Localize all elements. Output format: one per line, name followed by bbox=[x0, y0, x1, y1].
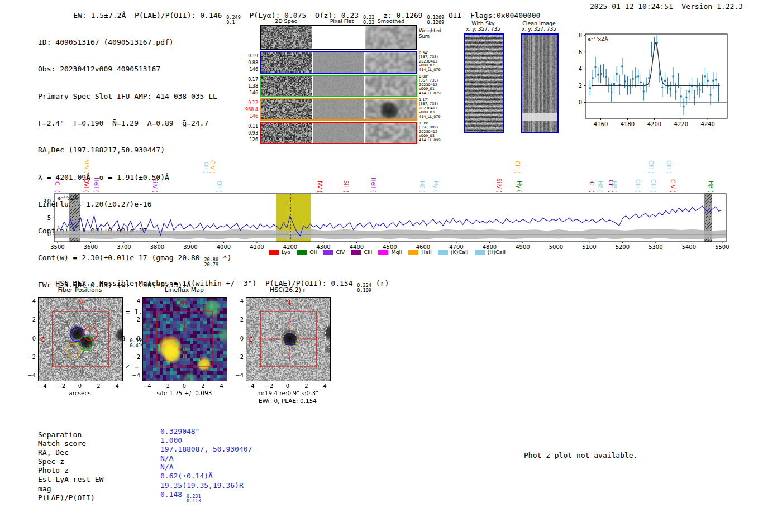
svg-text:E: E bbox=[41, 336, 45, 343]
col-title-pixelflat: Pixel Flat bbox=[324, 18, 360, 24]
spec2d-row-meta: 1.17"(357, 735)20230412v009_03414_LL_079 bbox=[419, 98, 458, 119]
match-table-labels: SeparationMatch scoreRA, DecSpec zPhoto … bbox=[38, 431, 103, 503]
svg-text:10: 10 bbox=[44, 198, 51, 204]
spec2d-row-meta: 0.88"(357, 735)20230412v009_01414_LL_079 bbox=[419, 75, 458, 95]
spec2d-row-weights: 0.12968.4146 bbox=[244, 100, 258, 120]
xtick-2: −2 bbox=[264, 383, 275, 389]
spec2d-row-meta: 0.54"(357, 735)20230412v009_02414_LL_079 bbox=[419, 51, 458, 72]
line-label-OII: OII ( bbox=[203, 162, 209, 174]
svg-text:e⁻¹⁷x2Å: e⁻¹⁷x2Å bbox=[588, 36, 608, 42]
ytick-1: −2 bbox=[129, 354, 140, 360]
ytick-1: −4 bbox=[129, 372, 140, 378]
match-table-values: 0.329048"1.000197.188087, 50.930407N/AN/… bbox=[160, 428, 252, 500]
legend-item-MgII: MgII bbox=[378, 249, 402, 255]
svg-text:3500: 3500 bbox=[50, 244, 64, 250]
svg-text:5: 5 bbox=[47, 215, 51, 221]
line-label-OIII: OIII ( bbox=[648, 160, 654, 174]
elixer-report-page: EW: 1.5±7.2Å P(LAE)/P(OII): 0.146 0.2490… bbox=[0, 0, 782, 532]
match-label: Match score bbox=[38, 440, 103, 449]
match-label: Separation bbox=[38, 431, 103, 440]
line-label-Hβ: Hβ ( bbox=[611, 181, 617, 193]
match-value: N/A bbox=[160, 463, 252, 472]
spec2d-fiber-row bbox=[260, 98, 417, 121]
xtick-1: 0 bbox=[179, 383, 190, 389]
ytick-0: −4 bbox=[25, 372, 36, 378]
cont-w: Cont(w) = 2.30(±0.01)e-17 (gmag 20.80 20… bbox=[38, 253, 232, 262]
spectrum-legend: LyαOIICIVCIIIMgIIHeII(K)CaII(H)CaII bbox=[269, 249, 506, 255]
seeing-line: F=2.4" T=0.190 N̄=1.29 A=0.89 ḡ=24.7 bbox=[38, 119, 232, 128]
line-label-HeII: HeII ( bbox=[93, 178, 99, 193]
xtick-2: −4 bbox=[245, 383, 256, 389]
ytick-1: 2 bbox=[129, 317, 140, 323]
svg-text:5000: 5000 bbox=[549, 244, 563, 250]
spec2d-row-weights: 0.171.38146 bbox=[244, 76, 258, 97]
legend-item-(K)CaII: (K)CaII bbox=[438, 249, 469, 255]
match-value: N/A bbox=[160, 454, 252, 463]
svg-text:6: 6 bbox=[579, 49, 582, 55]
legend-item-(H)CaII: (H)CaII bbox=[475, 249, 506, 255]
withsky-image bbox=[464, 33, 504, 133]
legend-label: (H)CaII bbox=[488, 249, 506, 255]
line-label-CIII: CIII ( bbox=[514, 161, 521, 174]
cutout-panel-0: NE bbox=[38, 297, 123, 381]
fiber-xlabel: arcsecs bbox=[38, 390, 122, 396]
cutout-panel-2: NE bbox=[246, 297, 331, 381]
spec2d-fiber-row bbox=[260, 51, 417, 74]
weighted-sum-label: WeightedSum bbox=[419, 28, 441, 39]
svg-text:4180: 4180 bbox=[621, 121, 635, 127]
svg-text:5100: 5100 bbox=[582, 244, 596, 250]
spec2d-fiber-row bbox=[260, 122, 417, 144]
svg-text:5200: 5200 bbox=[616, 244, 630, 250]
line-fit-zoom-plot: 4160418042004220424002468e⁻¹⁷x2Å bbox=[585, 34, 727, 118]
ytick-2: −4 bbox=[232, 372, 244, 378]
svg-text:3800: 3800 bbox=[150, 244, 164, 250]
xtick-1: 2 bbox=[197, 383, 208, 389]
svg-text:0: 0 bbox=[579, 99, 582, 106]
spec2d-fiber-row bbox=[260, 75, 417, 97]
svg-text:4900: 4900 bbox=[516, 244, 530, 250]
match-value: 0.62(±0.14)Å bbox=[160, 472, 252, 481]
obs-id: Obs: 20230412v009_4090513167 bbox=[38, 65, 232, 74]
ytick-1: 4 bbox=[129, 298, 140, 304]
legend-swatch bbox=[351, 250, 361, 255]
svg-text:3900: 3900 bbox=[183, 244, 197, 250]
svg-text:3700: 3700 bbox=[117, 244, 131, 250]
ytick-2: 0 bbox=[232, 336, 244, 342]
withsky-title: With Sky bbox=[458, 20, 508, 26]
svg-text:0: 0 bbox=[47, 231, 51, 237]
lineflux-caption: s/b: 1.75 +/- 0.093 bbox=[128, 390, 240, 396]
panel-title-lineflux: Lineflux Map bbox=[142, 286, 226, 294]
match-value: 0.329048" bbox=[160, 428, 252, 437]
svg-text:4200: 4200 bbox=[647, 121, 661, 127]
ytick-2: 2 bbox=[232, 317, 244, 323]
line-label-Hγ: Hγ ( bbox=[516, 181, 522, 193]
svg-text:5300: 5300 bbox=[649, 244, 662, 250]
svg-text:N: N bbox=[286, 299, 290, 306]
withsky-coords: x, y: 357, 735 bbox=[458, 26, 508, 32]
svg-text:N: N bbox=[183, 299, 187, 306]
ytick-0: 2 bbox=[25, 317, 36, 323]
spec2d-weighted-row bbox=[260, 25, 417, 50]
legend-label: CIV bbox=[336, 249, 345, 255]
match-value: 1.000 bbox=[160, 437, 252, 445]
line-label-Hβ: Hβ ( bbox=[708, 181, 714, 193]
match-value: 197.188087, 50.930407 bbox=[160, 445, 252, 454]
line-label-Hδ: Hδ ( bbox=[597, 181, 603, 193]
ytick-2: −2 bbox=[232, 354, 244, 360]
spec2d-row-weights: 0.110.93126 bbox=[244, 123, 258, 143]
lambda-sigma: λ = 4201.09Å σ = 1.91(±0.50)Å bbox=[38, 173, 232, 182]
spec2d-row-meta: 1.39"(356, 909)20230412v009_03414_LL_099 bbox=[419, 122, 458, 142]
xtick-0: 2 bbox=[93, 383, 104, 389]
ytick-0: −2 bbox=[25, 354, 36, 360]
svg-text:3600: 3600 bbox=[84, 244, 98, 250]
line-label-NV: NV ( bbox=[317, 181, 323, 193]
match-value: 0.148 0.2310.113 bbox=[160, 491, 252, 500]
xtick-0: 0 bbox=[74, 383, 85, 389]
line-label-OIII: OIII ( bbox=[650, 179, 656, 193]
legend-item-Lyα: Lyα bbox=[269, 249, 290, 255]
line-label-Hδ: Hδ ( bbox=[419, 181, 425, 193]
xtick-1: −2 bbox=[160, 383, 171, 389]
legend-item-CIII: CIII bbox=[351, 249, 372, 255]
svg-text:4000: 4000 bbox=[217, 244, 231, 250]
ytick-0: 4 bbox=[25, 298, 36, 304]
